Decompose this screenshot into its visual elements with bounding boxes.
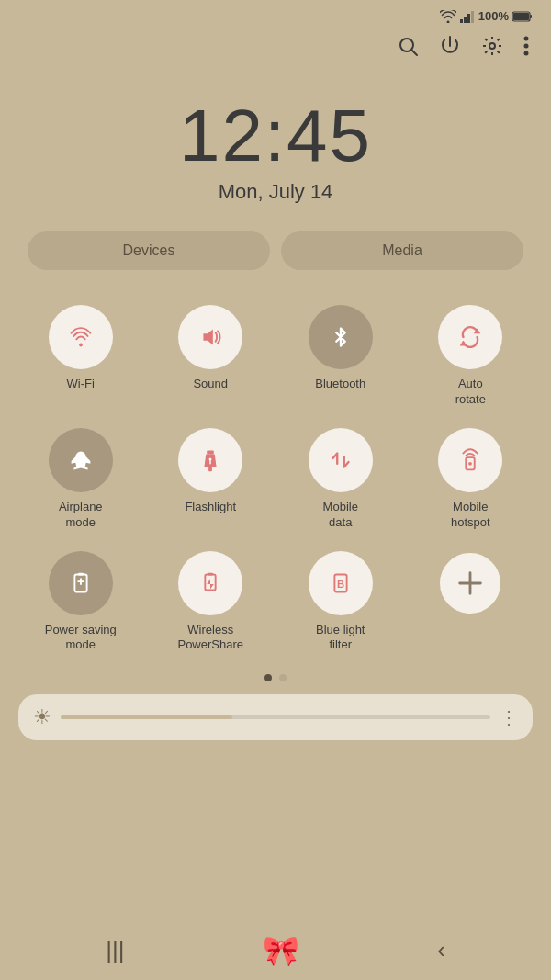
top-actions-bar (0, 28, 551, 72)
sound-toggle-circle (178, 305, 242, 369)
flashlight-toggle[interactable]: Flashlight (149, 421, 274, 538)
plus-icon (455, 568, 486, 599)
svg-rect-2 (467, 14, 470, 23)
bluelightfilter-toggle-icon: B (325, 568, 356, 599)
bluelightfilter-toggle-circle: B (309, 551, 373, 615)
hotspot-toggle-icon (455, 445, 486, 476)
powersaving-label: Power savingmode (45, 623, 117, 654)
hotspot-toggle[interactable]: Mobilehotspot (409, 421, 534, 538)
signal-icon (460, 10, 475, 23)
svg-rect-6 (530, 15, 532, 18)
wifi-status-icon (440, 10, 456, 23)
flashlight-toggle-circle (178, 428, 242, 492)
status-bar: 100% (0, 0, 551, 28)
home-button[interactable]: 🎀 (263, 933, 299, 968)
battery-percent: 100% (478, 9, 509, 23)
bluetooth-toggle-icon (325, 321, 356, 353)
autorotate-toggle[interactable]: Autorotate (409, 298, 534, 415)
tab-buttons: Devices Media (0, 222, 551, 288)
airplane-toggle-circle (49, 428, 113, 492)
wirelesspowershare-label: WirelessPowerShare (177, 623, 243, 654)
svg-rect-1 (464, 17, 467, 23)
flashlight-label: Flashlight (185, 500, 236, 515)
media-tab[interactable]: Media (281, 231, 523, 270)
wirelesspowershare-toggle-circle (178, 551, 242, 615)
bluelightfilter-label: Blue lightfilter (316, 623, 365, 654)
search-button[interactable] (397, 35, 419, 62)
svg-rect-34 (208, 572, 213, 575)
svg-text:B: B (337, 578, 344, 589)
wirelesspowershare-toggle[interactable]: WirelessPowerShare (149, 544, 274, 661)
quick-toggles-grid: Wi-Fi Sound Bluetooth (0, 288, 551, 665)
brightness-more-icon[interactable]: ⋮ (500, 706, 518, 728)
sound-toggle-icon (195, 321, 226, 353)
svg-rect-31 (78, 572, 84, 575)
status-icons: 100% (440, 9, 533, 23)
autorotate-toggle-circle (438, 305, 502, 369)
hotspot-label: Mobilehotspot (451, 500, 490, 531)
battery-icon (512, 11, 533, 22)
svg-point-10 (524, 37, 529, 41)
svg-rect-22 (207, 450, 214, 454)
airplane-toggle[interactable]: Airplanemode (18, 421, 143, 538)
autorotate-label: Autorotate (455, 377, 486, 408)
flashlight-toggle-icon (195, 445, 226, 476)
brightness-sun-icon: ☀ (33, 705, 51, 729)
svg-rect-3 (471, 11, 474, 23)
brightness-bar: ☀ ⋮ (18, 694, 533, 740)
back-button[interactable]: ‹ (437, 936, 445, 964)
svg-point-24 (209, 457, 212, 460)
svg-point-9 (489, 43, 495, 49)
sound-label: Sound (193, 377, 228, 392)
svg-rect-5 (513, 13, 529, 20)
powersaving-toggle[interactable]: Power savingmode (18, 544, 143, 661)
add-toggle-circle (438, 551, 502, 615)
brightness-slider-fill (61, 715, 232, 719)
svg-point-11 (524, 44, 529, 49)
bluetooth-toggle-circle (309, 305, 373, 369)
wirelesspowershare-toggle-icon (195, 568, 226, 599)
autorotate-toggle-icon (455, 321, 486, 353)
sound-toggle[interactable]: Sound (149, 298, 274, 415)
brightness-slider-track[interactable] (61, 715, 490, 719)
svg-point-28 (468, 462, 472, 466)
bluetooth-label: Bluetooth (315, 377, 365, 392)
add-toggle-button[interactable] (409, 544, 534, 661)
wifi-toggle[interactable]: Wi-Fi (18, 298, 143, 415)
wifi-label: Wi-Fi (67, 377, 95, 392)
dot-2 (279, 674, 287, 681)
svg-point-25 (325, 445, 356, 476)
powersaving-toggle-circle (49, 551, 113, 615)
mobiledata-label: Mobiledata (323, 500, 358, 531)
more-button[interactable] (523, 35, 529, 62)
svg-point-12 (524, 51, 529, 56)
wifi-toggle-circle (49, 305, 113, 369)
bluelightfilter-toggle[interactable]: B Blue lightfilter (278, 544, 403, 661)
airplane-toggle-icon (65, 445, 96, 476)
mobiledata-toggle-circle (309, 428, 373, 492)
wifi-toggle-icon (65, 321, 96, 353)
devices-tab[interactable]: Devices (28, 231, 270, 270)
clock-date: Mon, July 14 (0, 180, 551, 204)
settings-button[interactable] (481, 35, 503, 62)
mobiledata-toggle[interactable]: Mobiledata (278, 421, 403, 538)
airplane-label: Airplanemode (59, 500, 103, 531)
bottom-nav: ||| 🎀 ‹ (0, 920, 551, 980)
power-button[interactable] (439, 35, 461, 62)
dot-1 (264, 674, 272, 681)
hotspot-toggle-circle (438, 428, 502, 492)
recent-apps-button[interactable]: ||| (106, 936, 124, 964)
svg-line-8 (412, 51, 418, 56)
page-dots (0, 665, 551, 687)
svg-rect-23 (208, 467, 212, 471)
clock-area: 12:45 Mon, July 14 (0, 72, 551, 222)
powersaving-toggle-icon (65, 568, 96, 599)
bluetooth-toggle[interactable]: Bluetooth (278, 298, 403, 415)
clock-time: 12:45 (0, 99, 551, 173)
svg-rect-0 (460, 19, 463, 23)
mobiledata-toggle-icon (325, 445, 356, 476)
